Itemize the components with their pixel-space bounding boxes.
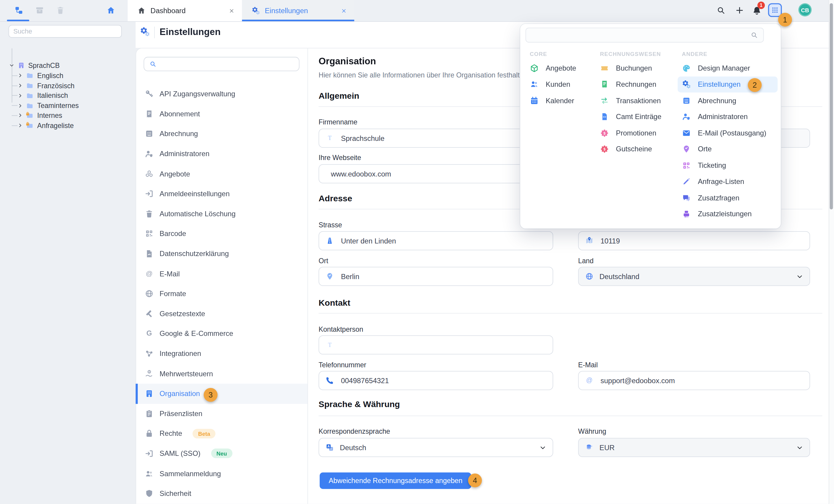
strasse-input[interactable]	[340, 236, 546, 245]
menu-item-zusatzfragen[interactable]: Zusatzfragen	[682, 190, 778, 206]
sidebar-item-organisation[interactable]: Organisation	[136, 384, 307, 404]
chevron-right-icon[interactable]	[18, 93, 23, 98]
doc-code-icon: <>	[600, 112, 609, 121]
menu-item-rechnungen[interactable]: Rechnungen	[600, 76, 679, 92]
plus-icon[interactable]	[735, 6, 744, 15]
sidebar-item-datenschutzerklärung[interactable]: Datenschutzerklärung	[136, 244, 307, 264]
home-icon[interactable]	[106, 6, 115, 15]
menu-item-anfrage-listen[interactable]: Anfrage-Listen	[682, 174, 778, 190]
menu-item-buchungen[interactable]: Buchungen	[600, 60, 679, 76]
menu-item-e-mail-postausgang-[interactable]: E-Mail (Postausgang)	[682, 125, 778, 141]
tree-icon[interactable]	[14, 6, 23, 15]
pin-icon	[682, 145, 691, 154]
email-label: E-Mail	[578, 361, 597, 369]
strasse-field[interactable]	[319, 231, 553, 250]
plz-input[interactable]	[599, 236, 803, 245]
menu-item-orte[interactable]: Orte	[682, 141, 778, 157]
tree-item-internes[interactable]: Internes	[0, 110, 147, 120]
chevron-right-icon[interactable]	[18, 83, 23, 88]
sidebar-item-mehrwertsteuern[interactable]: $Mehrwertsteuern	[136, 364, 307, 384]
korrespondenzsprache-select[interactable]: Az Deutsch	[319, 438, 553, 457]
menu-item-administratoren[interactable]: Administratoren	[682, 109, 778, 125]
close-icon[interactable]	[229, 8, 235, 14]
tab-einstellungen[interactable]: Einstellungen	[242, 0, 354, 21]
sidebar-item-sicherheit[interactable]: Sicherheit	[136, 484, 307, 504]
firmenname-field[interactable]: T	[319, 129, 553, 148]
sidebar-item-formate[interactable]: Formate	[136, 284, 307, 304]
kontaktperson-field[interactable]: T	[319, 335, 553, 354]
tree-item-anfrageliste[interactable]: Anfrageliste	[0, 120, 147, 131]
menu-item-zusatzleistungen[interactable]: Zusatzleistungen	[682, 206, 778, 222]
calendar-icon	[530, 96, 539, 105]
sidebar-item-rechte[interactable]: RechteBeta	[136, 423, 307, 443]
ort-input[interactable]	[340, 272, 546, 281]
avatar[interactable]: CB	[798, 3, 812, 17]
menu-item-promotionen[interactable]: $Promotionen	[600, 125, 679, 141]
kontaktperson-input[interactable]	[340, 340, 546, 349]
nav-label: Rechte	[159, 430, 182, 438]
globe-icon	[585, 272, 593, 280]
sidebar-item-saml-sso-[interactable]: SAML (SSO)Neu	[136, 443, 307, 464]
sidebar-item-angebote[interactable]: Angebote	[136, 164, 307, 184]
menu-item-transaktionen[interactable]: Transaktionen	[600, 92, 679, 109]
telefonnummer-field[interactable]	[319, 371, 553, 390]
menu-item-angebote[interactable]: Angebote	[530, 60, 594, 76]
sidebar-item-api-zugangsverwaltung[interactable]: API Zugangsverwaltung	[136, 84, 307, 104]
archive-icon[interactable]	[35, 6, 44, 15]
abweichende-rechnungsadresse-button[interactable]: Abweichende Rechnungsadresse angeben	[320, 473, 471, 489]
tree-item-teaminternes[interactable]: Teaminternes	[0, 100, 147, 111]
tree-item-italienisch[interactable]: Italienisch	[0, 91, 147, 101]
settings-search[interactable]	[144, 57, 300, 71]
webseite-field[interactable]	[319, 164, 553, 183]
scrollbar-thumb[interactable]	[830, 3, 833, 209]
menu-column-title: CORE	[530, 50, 547, 57]
tree-item-französisch[interactable]: Französisch	[0, 81, 147, 91]
sidebar-item-google-e-commerce[interactable]: GGoogle & E-Commerce	[136, 324, 307, 344]
ort-field[interactable]	[319, 267, 553, 286]
chevron-right-icon[interactable]	[18, 73, 23, 78]
plz-field[interactable]	[578, 231, 810, 250]
chevron-right-icon[interactable]	[18, 103, 23, 108]
sidebar-item-abrechnung[interactable]: Abrechnung	[136, 124, 307, 144]
settings-search-input[interactable]	[161, 60, 294, 68]
sidebar-item-sammelanmeldung[interactable]: Sammelanmeldung	[136, 464, 307, 484]
sidebar-item-integrationen[interactable]: Integrationen	[136, 344, 307, 364]
app-menu-search-input[interactable]	[531, 30, 750, 40]
menu-item-kalender[interactable]: Kalender	[530, 92, 594, 109]
telefonnummer-input[interactable]	[340, 376, 546, 385]
arrows-icon	[600, 96, 609, 105]
menu-item-abrechnung[interactable]: Abrechnung	[682, 92, 778, 109]
chevron-right-icon[interactable]	[18, 123, 23, 128]
sidebar-search-input[interactable]	[8, 25, 122, 38]
menu-item-ticketing[interactable]: Ticketing	[682, 157, 778, 174]
tab-dashboard[interactable]: Dashboard	[128, 0, 242, 21]
menu-item-gutscheine[interactable]: $Gutscheine	[600, 141, 679, 157]
sidebar-item-barcode[interactable]: Barcode	[136, 224, 307, 244]
menu-item-einstellungen[interactable]: Einstellungen	[678, 76, 778, 92]
chevron-right-icon[interactable]	[18, 113, 23, 118]
menu-item-kunden[interactable]: Kunden	[530, 76, 594, 92]
firmenname-input[interactable]	[340, 134, 546, 143]
search-icon[interactable]	[716, 6, 725, 15]
sidebar-item-präsenzlisten[interactable]: Präsenzlisten	[136, 404, 307, 423]
tree-item-englisch[interactable]: Englisch	[0, 71, 147, 81]
sidebar-item-gesetzestexte[interactable]: Gesetzestexte	[136, 304, 307, 324]
email-field[interactable]: @	[578, 371, 810, 390]
tree-root-sprachcb[interactable]: SprachCB	[0, 61, 145, 71]
sidebar-item-administratoren[interactable]: Administratoren	[136, 144, 307, 164]
menu-item-design-manager[interactable]: Design Manager	[682, 60, 778, 76]
sidebar-item-e-mail[interactable]: @E-Mail	[136, 264, 307, 284]
waehrung-select[interactable]: EUR	[578, 438, 810, 457]
email-input[interactable]	[599, 376, 803, 385]
sidebar-item-anmeldeeinstellungen[interactable]: Anmeldeeinstellungen	[136, 184, 307, 204]
trash-icon[interactable]	[56, 6, 65, 15]
close-icon[interactable]	[341, 8, 347, 14]
webseite-input[interactable]	[330, 169, 546, 178]
sidebar-item-automatische-löschung[interactable]: Automatische Löschung	[136, 204, 307, 224]
chevron-down-icon[interactable]	[9, 63, 14, 68]
app-menu-search[interactable]	[525, 27, 764, 43]
land-select[interactable]: Deutschland	[578, 267, 810, 286]
menu-item-camt-einträge[interactable]: <>Camt Einträge	[600, 109, 679, 125]
sidebar-item-abonnement[interactable]: Abonnement	[136, 104, 307, 124]
section-allgemein: Allgemein	[319, 92, 359, 101]
